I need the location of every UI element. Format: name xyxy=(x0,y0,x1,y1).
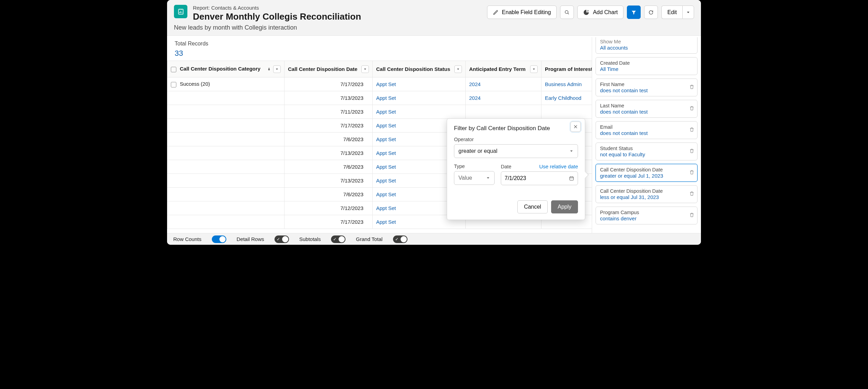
grand-total-toggle[interactable]: ✓ xyxy=(393,235,407,243)
filter-panel: Show MeAll accountsCreated DateAll TimeF… xyxy=(592,37,701,245)
link-status[interactable]: Appt Set xyxy=(376,205,396,211)
cell-category xyxy=(167,201,285,215)
link-status[interactable]: Appt Set xyxy=(376,123,396,128)
date-field[interactable] xyxy=(505,175,569,181)
trash-icon xyxy=(689,84,694,90)
select-value: greater or equal xyxy=(458,148,497,154)
cell-category xyxy=(167,133,285,146)
close-button[interactable] xyxy=(570,122,581,132)
filter-value: does not contain test xyxy=(600,130,693,136)
subtotals-label: Subtotals xyxy=(299,236,321,242)
cell-program: Business Admin xyxy=(541,77,592,91)
enable-field-editing-button[interactable]: Enable Field Editing xyxy=(487,6,557,19)
link-program[interactable]: Business Admin xyxy=(545,81,582,87)
cell-date: 7/17/2023 xyxy=(285,77,373,91)
link-program[interactable]: Early Childhood xyxy=(545,95,581,101)
link-status[interactable]: Appt Set xyxy=(376,136,396,142)
link-status[interactable]: Appt Set xyxy=(376,178,396,183)
checkbox[interactable] xyxy=(171,67,176,72)
filter-label: Created Date xyxy=(600,60,693,66)
link-status[interactable]: Appt Set xyxy=(376,150,396,156)
filter-card[interactable]: Emaildoes not contain test xyxy=(596,121,698,139)
filter-label: Show Me xyxy=(600,39,693,44)
apply-button[interactable]: Apply xyxy=(551,200,578,213)
page-subtitle: New leads by month with Collegis interac… xyxy=(174,24,361,31)
cell-date: 7/17/2023 xyxy=(285,215,373,229)
svg-point-1 xyxy=(565,10,568,13)
cell-category xyxy=(167,146,285,160)
calendar-icon xyxy=(569,176,574,181)
cell-category xyxy=(167,105,285,119)
type-label: Type xyxy=(454,164,495,169)
delete-filter-button[interactable] xyxy=(689,191,694,198)
filter-card[interactable]: Last Namedoes not contain test xyxy=(596,100,698,118)
use-relative-date-link[interactable]: Use relative date xyxy=(539,164,578,169)
link-status[interactable]: Appt Set xyxy=(376,219,396,225)
link-status[interactable]: Appt Set xyxy=(376,109,396,115)
column-header-date[interactable]: Call Center Disposition Date xyxy=(285,61,373,77)
close-icon xyxy=(573,124,578,129)
filter-card[interactable]: Program Campuscontains denver xyxy=(596,207,698,224)
filter-value: not equal to Faculty xyxy=(600,151,693,157)
link-status[interactable]: Appt Set xyxy=(376,95,396,101)
date-input[interactable] xyxy=(501,171,578,185)
refresh-icon xyxy=(648,10,654,15)
link-status[interactable]: Appt Set xyxy=(376,191,396,197)
page-header: Report: Contacts & Accounts Denver Month… xyxy=(167,0,701,36)
subtotals-toggle[interactable]: ✓ xyxy=(331,235,345,243)
filter-card[interactable]: Show MeAll accounts xyxy=(596,37,698,54)
delete-filter-button[interactable] xyxy=(689,127,694,134)
operator-select[interactable]: greater or equal xyxy=(454,144,578,158)
link-term[interactable]: 2024 xyxy=(469,95,480,101)
column-menu-button[interactable] xyxy=(273,65,281,73)
add-chart-button[interactable]: Add Chart xyxy=(577,6,623,19)
column-menu-button[interactable] xyxy=(361,65,369,73)
edit-button[interactable]: Edit xyxy=(661,6,682,19)
refresh-button[interactable] xyxy=(644,6,658,19)
column-header-category[interactable]: Call Center Disposition Category xyxy=(167,61,285,77)
button-label: Enable Field Editing xyxy=(502,9,551,15)
chevron-down-icon xyxy=(686,10,690,14)
cell-category xyxy=(167,188,285,201)
delete-filter-button[interactable] xyxy=(689,212,694,219)
chevron-down-icon xyxy=(486,176,490,180)
filter-label: Call Center Disposition Date xyxy=(600,167,693,172)
link-status[interactable]: Appt Set xyxy=(376,81,396,87)
link-status[interactable]: Appt Set xyxy=(376,164,396,170)
trash-icon xyxy=(689,212,694,218)
chevron-down-icon xyxy=(532,67,536,71)
row-counts-toggle[interactable] xyxy=(212,235,226,243)
type-select[interactable]: Value xyxy=(454,171,495,185)
filter-card[interactable]: Student Statusnot equal to Faculty xyxy=(596,143,698,160)
checkbox[interactable] xyxy=(171,82,176,87)
detail-rows-label: Detail Rows xyxy=(237,236,264,242)
filter-label: Last Name xyxy=(600,103,693,108)
filter-value: less or equal Jul 31, 2023 xyxy=(600,194,693,200)
filter-card[interactable]: Call Center Disposition Dategreater or e… xyxy=(596,164,698,182)
chevron-down-icon xyxy=(275,67,279,71)
group-label: Success (20) xyxy=(180,81,210,87)
delete-filter-button[interactable] xyxy=(689,106,694,112)
filter-card[interactable]: Created DateAll Time xyxy=(596,57,698,75)
filter-label: Student Status xyxy=(600,146,693,151)
delete-filter-button[interactable] xyxy=(689,84,694,91)
filter-card[interactable]: First Namedoes not contain test xyxy=(596,78,698,96)
column-menu-button[interactable] xyxy=(454,65,462,73)
filter-button[interactable] xyxy=(627,6,641,19)
cell-date: 7/11/2023 xyxy=(285,105,373,119)
filter-value: greater or equal Jul 1, 2023 xyxy=(600,173,693,179)
funnel-icon xyxy=(631,10,637,15)
column-header-program[interactable]: Program of Interest xyxy=(541,61,592,77)
cell-date: 7/17/2023 xyxy=(285,119,373,133)
delete-filter-button[interactable] xyxy=(689,148,694,155)
column-header-term[interactable]: Anticipated Entry Term xyxy=(466,61,541,77)
column-menu-button[interactable] xyxy=(530,65,538,73)
cancel-button[interactable]: Cancel xyxy=(517,200,548,213)
filter-card[interactable]: Call Center Disposition Dateless or equa… xyxy=(596,185,698,203)
edit-dropdown-button[interactable] xyxy=(682,6,694,19)
detail-rows-toggle[interactable]: ✓ xyxy=(275,235,289,243)
column-header-status[interactable]: Call Center Disposition Status xyxy=(373,61,466,77)
link-term[interactable]: 2024 xyxy=(469,81,480,87)
delete-filter-button[interactable] xyxy=(689,170,694,176)
search-button[interactable] xyxy=(560,6,574,19)
